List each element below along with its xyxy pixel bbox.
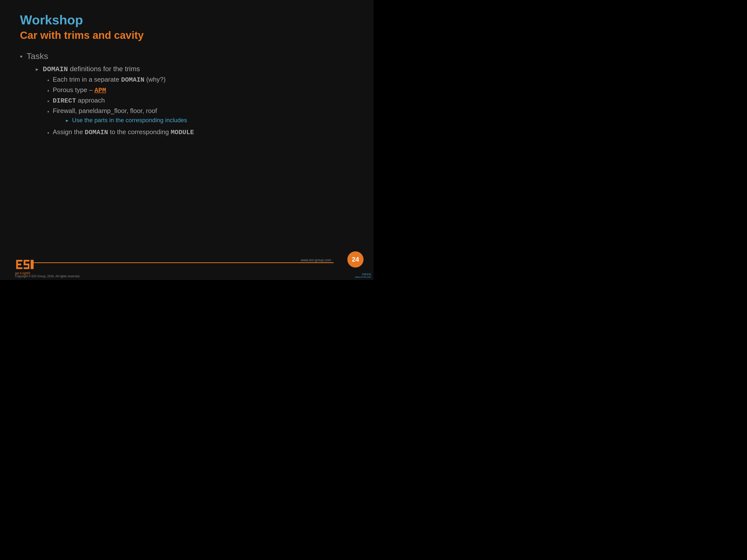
esi-logo (15, 259, 35, 271)
bullet-dot-icon: • (20, 52, 23, 61)
watermark: 经典在线 www.1CAE.com (355, 273, 371, 279)
domain-heading-rest: definitions for the trims (70, 65, 140, 73)
slide-title: Workshop (20, 12, 354, 27)
dot-bullet-icon: • (47, 77, 49, 84)
list-item: • DIRECT approach (47, 97, 354, 105)
tasks-bullet: • Tasks (20, 51, 354, 61)
footer-website: www.esi-group.com (301, 258, 331, 262)
domain-mono: DOMAIN (43, 65, 68, 73)
item-assign: Assign the DOMAIN to the corresponding M… (53, 128, 194, 136)
footer: get it right® Copyright © ESI Group, 201… (0, 252, 374, 280)
content-area: • Tasks ► DOMAIN definitions for the tri… (20, 51, 354, 136)
list-item: • Assign the DOMAIN to the corresponding… (47, 128, 354, 136)
list-item: • Firewall, paneldamp_floor, floor, roof… (47, 107, 354, 126)
item-firewall-wrapper: Firewall, paneldamp_floor, floor, roof ►… (53, 107, 187, 126)
apm-mono: APM (94, 87, 106, 94)
dot-bullet-icon: • (47, 108, 49, 115)
module-mono: MODULE (171, 129, 194, 136)
tri-arrow-icon: ► (65, 118, 69, 123)
item-direct: DIRECT approach (53, 97, 105, 105)
dot-bullet-icon: • (47, 88, 49, 94)
dot-bullet-icon: • (47, 98, 49, 105)
slide: Workshop Car with trims and cavity • Tas… (0, 0, 374, 280)
domain-heading-item: ► DOMAIN definitions for the trims (35, 65, 354, 73)
sub-sub-list: • Each trim in a separate DOMAIN (why?) … (47, 76, 354, 136)
watermark-line2: www.1CAE.com (355, 276, 371, 279)
item-each-trim: Each trim in a separate DOMAIN (why?) (53, 76, 165, 84)
domain-heading-text: DOMAIN definitions for the trims (43, 65, 140, 73)
direct-mono: DIRECT (53, 97, 76, 105)
tri-item: ► Use the parts in the corresponding inc… (65, 117, 187, 124)
slide-subtitle: Car with trims and cavity (20, 29, 354, 41)
domain-mono-3: DOMAIN (85, 129, 108, 136)
sub-list: ► DOMAIN definitions for the trims • Eac… (35, 65, 354, 136)
arrow-icon: ► (35, 67, 39, 72)
item-porous: Porous type – APM (53, 86, 106, 94)
watermark-line1: 经典在线 (355, 273, 371, 276)
item-firewall: Firewall, paneldamp_floor, floor, roof (53, 107, 157, 114)
domain-mono-2: DOMAIN (121, 76, 145, 84)
list-item: • Each trim in a separate DOMAIN (why?) (47, 76, 354, 84)
dot-bullet-icon: • (47, 130, 49, 136)
footer-line (32, 262, 334, 263)
tasks-label: Tasks (27, 51, 48, 61)
sub-sub-sub-list: ► Use the parts in the corresponding inc… (65, 117, 187, 124)
list-item: • Porous type – APM (47, 86, 354, 94)
page-number-badge: 24 (347, 251, 364, 268)
use-parts-text: Use the parts in the corresponding inclu… (72, 117, 187, 124)
footer-copyright: Copyright © ESI Group, 2016. All rights … (15, 274, 80, 278)
footer-logo: get it right® (15, 259, 35, 275)
